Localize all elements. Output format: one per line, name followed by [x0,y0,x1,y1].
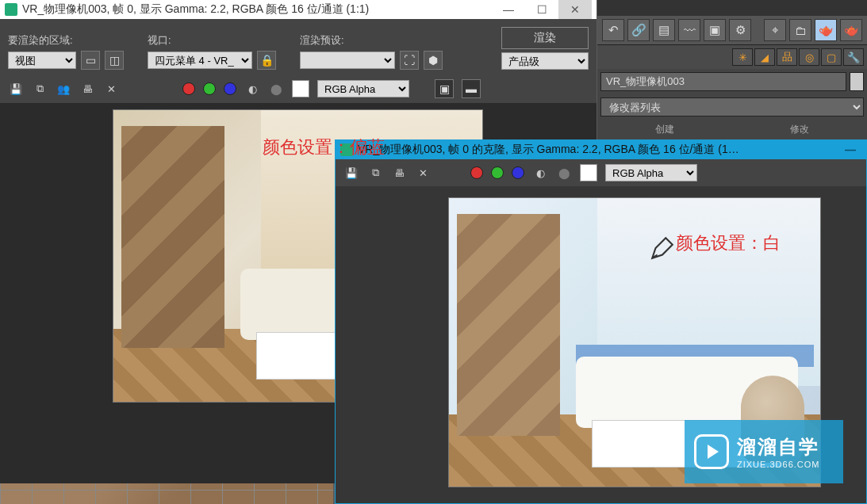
tab-modify-icon[interactable]: ◢ [754,48,775,66]
alpha-icon[interactable]: ◐ [244,81,260,97]
watermark-sub: ZIXUE.3D66.COM [737,460,819,469]
preset-dropdown[interactable] [300,52,395,69]
tool-undo-icon[interactable]: ↶ [602,19,624,41]
tool-box-icon[interactable]: ▣ [704,19,726,41]
channel-dropdown[interactable]: RGB Alpha [605,164,697,181]
app-icon [5,3,17,16]
tab-motion-icon[interactable]: ◎ [799,48,819,66]
overlay1-icon[interactable]: ▣ [435,79,454,98]
channel-red-icon[interactable] [182,82,195,95]
watermark-title: 溜溜自学 [737,434,819,460]
label-preset: 渲染预设: [300,33,443,48]
modifier-list-dropdown[interactable]: 修改器列表 [600,97,864,116]
window2-titlebar[interactable]: VR_物理像机003, 帧 0 的克隆, 显示 Gamma: 2.2, RGBA… [336,140,866,159]
tool-gear-icon[interactable]: ⚙ [729,19,751,41]
annotation-1: 颜色设置：偏蓝 [263,136,385,159]
footer-label-create: 创建 [655,123,674,136]
lock-icon[interactable]: 🔒 [257,51,276,70]
tool-teapot-icon[interactable]: 🫖 [815,19,837,41]
tool-teapot2-icon[interactable]: 🫖 [840,19,862,41]
viewport-dropdown[interactable]: 四元菜单 4 - VR_ [148,52,252,69]
annotation-2: 颜色设置：白 [676,231,781,255]
tool-layers-icon[interactable]: ▤ [653,19,675,41]
framebuffer-toolbar-2: 💾 ⧉ 🖶 ✕ ◐ ⬤ RGB Alpha [336,159,866,186]
print-image-icon[interactable]: 🖶 [391,165,407,181]
bg-color-swatch[interactable] [580,164,597,181]
tool-link-icon[interactable]: 🔗 [627,19,650,41]
preset-load-icon[interactable]: ⛶ [400,51,419,70]
alpha-icon[interactable]: ◐ [532,165,548,181]
copy-image-icon[interactable]: ⧉ [32,81,48,97]
copy-image-icon[interactable]: ⧉ [367,165,383,181]
delete-image-icon[interactable]: ✕ [415,165,431,181]
maximize-button[interactable]: ☐ [525,0,558,19]
channel-green-icon[interactable] [491,166,504,179]
save-image-icon[interactable]: 💾 [343,165,359,181]
tab-create-icon[interactable]: ✳ [732,48,753,66]
render-setup-row: 要渲染的区域: 视图 ▭ ◫ 视口: 四元菜单 4 - VR_ 🔒 渲染预设: … [0,19,597,74]
framebuffer-toolbar: 💾 ⧉ 👥 🖶 ✕ ◐ ⬤ RGB Alpha ▣ ▬ [0,74,597,103]
channel-green-icon[interactable] [203,82,216,95]
window1-title: VR_物理像机003, 帧 0, 显示 Gamma: 2.2, RGBA 颜色 … [22,2,369,17]
play-icon [694,434,729,469]
channel-blue-icon[interactable] [512,166,524,179]
label-render-area: 要渲染的区域: [8,33,124,48]
overlay2-icon[interactable]: ▬ [462,79,481,98]
render-button[interactable]: 渲染 [501,27,589,49]
tool-snap-icon[interactable]: ⌖ [764,19,786,41]
panel-tabs: ✳ ◢ 品 ◎ ▢ 🔧 [597,45,867,69]
tab-hierarchy-icon[interactable]: 品 [777,48,797,66]
main-toolbar-row: ↶ 🔗 ▤ 〰 ▣ ⚙ ⌖ 🗀 🫖 🫖 [597,16,867,45]
save-image-icon[interactable]: 💾 [8,81,24,97]
window1-titlebar: VR_物理像机003, 帧 0, 显示 Gamma: 2.2, RGBA 颜色 … [0,0,597,19]
mono-icon[interactable]: ⬤ [268,81,284,97]
bg-color-swatch[interactable] [292,80,309,97]
mono-icon[interactable]: ⬤ [556,165,572,181]
channel-red-icon[interactable] [470,166,483,179]
minimize-button[interactable]: — [839,142,861,158]
tab-utilities-icon[interactable]: 🔧 [843,48,864,66]
tab-display-icon[interactable]: ▢ [821,48,842,66]
label-viewport: 视口: [148,33,276,48]
area-dropdown[interactable]: 视图 [8,52,76,69]
region-crop-icon[interactable]: ◫ [105,51,124,70]
delete-image-icon[interactable]: ✕ [103,81,119,97]
minimize-button[interactable]: — [492,0,525,19]
quality-dropdown[interactable]: 产品级 [501,52,589,70]
tool-curve-icon[interactable]: 〰 [678,19,700,41]
object-name-field[interactable] [600,72,846,91]
tool-folder-icon[interactable]: 🗀 [789,19,811,41]
channel-blue-icon[interactable] [224,82,236,95]
window2-title: VR_物理像机003, 帧 0 的克隆, 显示 Gamma: 2.2, RGBA… [358,143,739,157]
watermark-badge: 溜溜自学 ZIXUE.3D66.COM [685,420,843,483]
channel-dropdown[interactable]: RGB Alpha [317,80,409,97]
clone-image-icon[interactable]: 👥 [56,81,71,97]
footer-label-modify: 修改 [790,123,809,136]
preset-save-icon[interactable]: ⬢ [424,51,443,70]
region-select-icon[interactable]: ▭ [81,51,100,70]
command-panel: ↶ 🔗 ▤ 〰 ▣ ⚙ ⌖ 🗀 🫖 🫖 ✳ ◢ 品 ◎ ▢ 🔧 修改器列表 创建… [597,0,867,143]
print-image-icon[interactable]: 🖶 [79,81,95,97]
object-color-swatch[interactable] [850,72,864,91]
close-button[interactable]: ✕ [558,0,592,19]
